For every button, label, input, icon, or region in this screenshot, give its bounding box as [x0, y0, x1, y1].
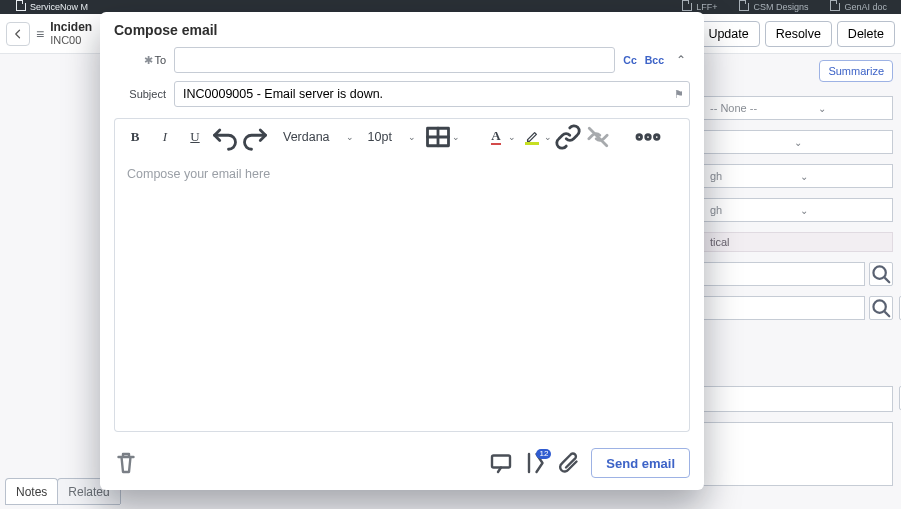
svg-line-1	[885, 278, 889, 282]
svg-line-3	[885, 312, 889, 316]
chevron-down-icon: ⌄	[800, 171, 808, 182]
description-field-row	[703, 386, 893, 412]
delete-button[interactable]: Delete	[837, 21, 895, 47]
editor-placeholder: Compose your email here	[127, 167, 270, 181]
chevron-down-icon: ⌄	[408, 132, 416, 142]
select-value: gh	[710, 170, 722, 182]
quick-message-button[interactable]	[489, 451, 513, 475]
font-size-value: 10pt	[368, 130, 392, 144]
lookup-field	[703, 262, 893, 286]
lookup-field	[703, 296, 893, 320]
chevron-down-icon[interactable]: ⌄	[508, 132, 516, 142]
highlight-color-button[interactable]	[518, 124, 546, 150]
chevron-down-icon: ⌄	[794, 137, 802, 148]
browser-tab[interactable]: CSM Designs	[729, 2, 818, 12]
to-label: ✱To	[114, 54, 166, 67]
browser-tab-label: LFF+	[696, 2, 717, 12]
svg-point-13	[654, 135, 659, 140]
folder-icon	[830, 3, 840, 11]
browser-tab[interactable]: GenAI doc	[820, 2, 897, 12]
chevron-down-icon: ⌄	[346, 132, 354, 142]
back-button[interactable]	[6, 22, 30, 46]
browser-tab-active[interactable]: ServiceNow M	[6, 0, 98, 14]
select-value: -- None --	[710, 102, 757, 114]
modal-title: Compose email	[100, 12, 704, 44]
select-value: gh	[710, 204, 722, 216]
select-field[interactable]: gh ⌄	[703, 198, 893, 222]
svg-point-0	[873, 266, 885, 278]
modal-footer: 12 Send email	[100, 442, 704, 490]
more-button[interactable]	[634, 124, 662, 150]
to-row: ✱To Cc Bcc ⌃	[100, 44, 704, 78]
attachment-button[interactable]	[557, 451, 581, 475]
text-color-button[interactable]: A	[482, 124, 510, 150]
table-button[interactable]	[424, 124, 452, 150]
summarize-button[interactable]: Summarize	[819, 60, 893, 82]
menu-icon[interactable]: ≡	[36, 26, 44, 42]
select-field[interactable]: ⌄	[703, 130, 893, 154]
browser-tab-label: ServiceNow M	[30, 2, 88, 12]
compose-email-modal: Compose email ✱To Cc Bcc ⌃ Subject ⚑ B I…	[100, 12, 704, 490]
record-breadcrumb: Inciden INC00	[50, 21, 92, 46]
folder-icon	[739, 3, 749, 11]
chevron-down-icon: ⌄	[800, 205, 808, 216]
resolve-button[interactable]: Resolve	[765, 21, 832, 47]
select-field[interactable]: -- None -- ⌄	[703, 96, 893, 120]
chevron-down-icon[interactable]: ⌄	[544, 132, 552, 142]
to-input[interactable]	[174, 47, 615, 73]
bcc-button[interactable]: Bcc	[645, 54, 664, 66]
browser-tab[interactable]: LFF+	[672, 2, 727, 12]
short-description-input[interactable]	[703, 386, 893, 412]
discard-button[interactable]	[114, 451, 138, 475]
lookup-input[interactable]	[703, 262, 865, 286]
subject-label: Subject	[114, 88, 166, 100]
italic-button[interactable]: I	[151, 124, 179, 150]
cc-button[interactable]: Cc	[623, 54, 636, 66]
email-body-editor[interactable]: Compose your email here	[114, 155, 690, 432]
collapse-icon[interactable]: ⌃	[672, 53, 690, 67]
lookup-search-button[interactable]	[869, 262, 893, 286]
svg-point-11	[637, 135, 642, 140]
template-count-badge: 12	[536, 449, 551, 459]
update-button[interactable]: Update	[697, 21, 759, 47]
lookup-input[interactable]	[703, 296, 865, 320]
browser-tab-label: GenAI doc	[844, 2, 887, 12]
underline-button[interactable]: U	[181, 124, 209, 150]
bold-button[interactable]: B	[121, 124, 149, 150]
lookup-search-button[interactable]	[869, 296, 893, 320]
folder-icon	[16, 3, 26, 11]
record-type: Inciden	[50, 21, 92, 34]
select-field[interactable]: gh ⌄	[703, 164, 893, 188]
link-button[interactable]	[554, 124, 582, 150]
flag-icon[interactable]: ⚑	[674, 88, 684, 101]
svg-point-2	[873, 300, 885, 312]
send-email-button[interactable]: Send email	[591, 448, 690, 478]
unlink-button[interactable]	[584, 124, 612, 150]
font-family-value: Verdana	[283, 130, 330, 144]
state-readonly: tical	[703, 232, 893, 252]
tab-notes[interactable]: Notes	[5, 478, 58, 504]
svg-rect-14	[492, 456, 510, 468]
template-button[interactable]: 12	[523, 451, 547, 475]
description-textarea[interactable]	[703, 422, 893, 486]
editor-toolbar: B I U Verdana ⌄ 10pt ⌄ ⌄ A ⌄ ⌄	[114, 118, 690, 155]
font-family-select[interactable]: Verdana ⌄	[277, 124, 360, 150]
svg-point-12	[646, 135, 651, 140]
chevron-down-icon[interactable]: ⌄	[452, 132, 460, 142]
browser-tab-label: CSM Designs	[753, 2, 808, 12]
font-size-select[interactable]: 10pt ⌄	[362, 124, 422, 150]
record-id: INC00	[50, 34, 92, 46]
form-right-column: Summarize -- None -- ⌄ ⌄ gh ⌄ gh ⌄ tical	[703, 60, 893, 486]
subject-input[interactable]	[174, 81, 690, 107]
folder-icon	[682, 3, 692, 11]
redo-button[interactable]	[241, 124, 269, 150]
undo-button[interactable]	[211, 124, 239, 150]
chevron-down-icon: ⌄	[818, 103, 826, 114]
subject-row: Subject ⚑	[100, 78, 704, 112]
